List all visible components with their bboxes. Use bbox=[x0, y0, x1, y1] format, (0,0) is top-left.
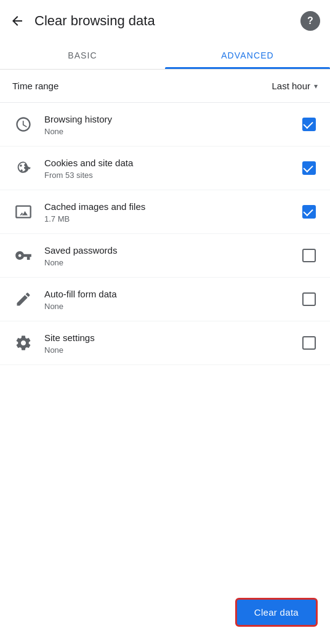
cached-text: Cached images and files 1.7 MB bbox=[44, 200, 291, 223]
passwords-title: Saved passwords bbox=[44, 244, 291, 257]
settings-icon bbox=[12, 332, 34, 354]
cookies-checkbox-container[interactable] bbox=[300, 159, 318, 177]
passwords-checkbox[interactable] bbox=[302, 249, 316, 262]
list-item-site-settings: Site settings None bbox=[0, 321, 330, 365]
browsing-history-checkbox-container[interactable] bbox=[300, 116, 318, 133]
help-button[interactable]: ? bbox=[300, 11, 320, 31]
cookies-checkbox[interactable] bbox=[302, 161, 316, 175]
list-item-saved-passwords: Saved passwords None bbox=[0, 234, 330, 278]
list-item-cached-images: Cached images and files 1.7 MB bbox=[0, 190, 330, 234]
svg-point-0 bbox=[20, 164, 22, 167]
autofill-checkbox[interactable] bbox=[302, 292, 316, 306]
help-icon: ? bbox=[307, 15, 313, 26]
autofill-title: Auto-fill form data bbox=[44, 288, 291, 300]
site-settings-title: Site settings bbox=[44, 331, 291, 344]
cached-checkbox-container[interactable] bbox=[300, 203, 318, 220]
tab-basic[interactable]: BASIC bbox=[0, 42, 165, 69]
tab-advanced[interactable]: ADVANCED bbox=[165, 42, 330, 69]
cookies-text: Cookies and site data From 53 sites bbox=[44, 156, 291, 180]
header: Clear browsing data ? bbox=[0, 0, 330, 42]
cookie-icon bbox=[12, 157, 34, 179]
list-item-cookies: Cookies and site data From 53 sites bbox=[0, 147, 330, 190]
cached-checkbox[interactable] bbox=[302, 205, 316, 219]
time-range-select[interactable]: Last hour ▾ bbox=[272, 81, 318, 91]
passwords-subtitle: None bbox=[44, 258, 291, 267]
tabs: BASIC ADVANCED bbox=[0, 42, 330, 70]
cached-subtitle: 1.7 MB bbox=[44, 214, 291, 223]
site-settings-text: Site settings None bbox=[44, 331, 291, 355]
passwords-text: Saved passwords None bbox=[44, 244, 291, 267]
key-icon bbox=[12, 244, 34, 267]
cookies-title: Cookies and site data bbox=[44, 156, 291, 169]
cached-title: Cached images and files bbox=[44, 200, 291, 213]
time-range-value: Last hour bbox=[272, 81, 310, 91]
list-item-autofill: Auto-fill form data None bbox=[0, 278, 330, 321]
site-settings-checkbox-container[interactable] bbox=[300, 334, 318, 352]
cookies-subtitle: From 53 sites bbox=[44, 171, 291, 180]
page-title: Clear browsing data bbox=[34, 13, 155, 29]
passwords-checkbox-container[interactable] bbox=[300, 247, 318, 264]
back-button[interactable] bbox=[5, 9, 30, 33]
time-range-row: Time range Last hour ▾ bbox=[0, 70, 330, 103]
browsing-history-title: Browsing history bbox=[44, 113, 291, 126]
site-settings-subtitle: None bbox=[44, 345, 291, 355]
autofill-subtitle: None bbox=[44, 302, 291, 311]
dropdown-arrow-icon: ▾ bbox=[314, 82, 318, 91]
pencil-icon bbox=[12, 288, 34, 310]
list-item-browsing-history: Browsing history None bbox=[0, 103, 330, 147]
bottom-area: Clear data bbox=[235, 598, 318, 627]
clock-icon bbox=[12, 113, 34, 135]
clear-data-button[interactable]: Clear data bbox=[235, 598, 318, 627]
browsing-history-checkbox[interactable] bbox=[302, 118, 316, 131]
browsing-history-text: Browsing history None bbox=[44, 113, 291, 136]
autofill-text: Auto-fill form data None bbox=[44, 288, 291, 311]
header-left: Clear browsing data bbox=[5, 9, 155, 33]
autofill-checkbox-container[interactable] bbox=[300, 291, 318, 308]
time-range-label: Time range bbox=[12, 81, 58, 91]
browsing-history-subtitle: None bbox=[44, 127, 291, 136]
image-icon bbox=[12, 201, 34, 223]
site-settings-checkbox[interactable] bbox=[302, 336, 316, 350]
